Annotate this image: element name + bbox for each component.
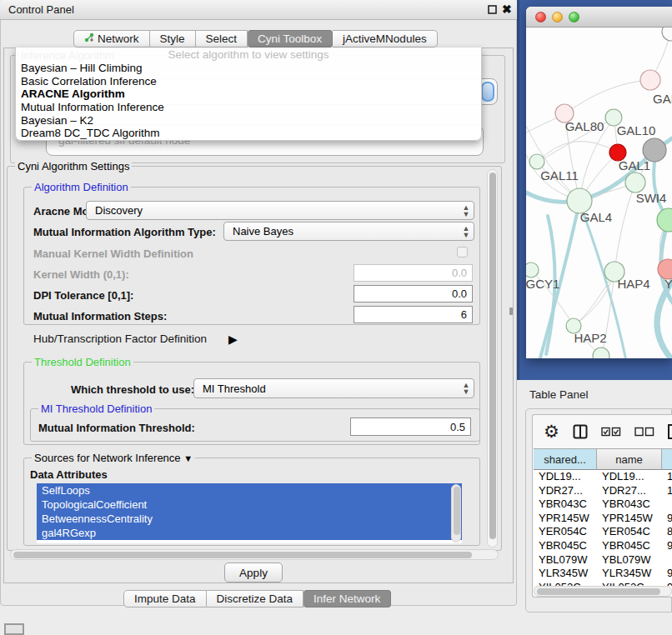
settings-vertical-scrollbar[interactable] [487,169,498,548]
node-swi4[interactable] [657,208,672,232]
settings-gear-icon[interactable]: ⚙ [544,422,559,442]
dropdown-options: Bayesian – Hill ClimbingBasic Correlatio… [16,62,481,140]
network-canvas[interactable]: GALGAL80GAL10GAL1GAL11GAL4SWI4GCY1HAP4YH… [526,28,672,358]
node-label-gal1: GAL1 [619,158,650,172]
panel-divider-grip[interactable] [509,308,513,315]
attributes-scroll-thumb[interactable] [454,487,460,535]
manual-kernel-checkbox[interactable] [457,247,468,258]
combo-arrows-icon: ▲▼ [459,382,474,395]
bottom-tab-discretize-data[interactable]: Discretize Data [207,590,304,608]
close-traffic-light[interactable] [535,12,546,22]
zoom-traffic-light[interactable] [569,12,579,22]
column-header-name[interactable]: name [597,448,662,470]
sources-group-title: Sources for Network Inference ▼ [32,452,195,465]
bottom-tab-infer-network[interactable]: Infer Network [303,590,391,608]
tab-style[interactable]: Style [150,30,196,48]
dropdown-option-dream8-dc-tdc-algorithm[interactable]: Dream8 DC_TDC Algorithm [16,127,481,140]
aracne-mode-value: Discovery [87,204,459,217]
manual-kernel-label: Manual Kernel Width Definition [33,248,193,260]
dropdown-option-bayesian-k2[interactable]: Bayesian – K2 [16,114,481,128]
table-cell: YBR045C [534,539,597,553]
node-gal1[interactable] [625,172,645,192]
mi-steps-label: Mutual Information Steps: [33,310,167,322]
settings-hscroll-thumb[interactable] [13,552,472,558]
combo-stepper-icon[interactable] [481,82,494,102]
hub-expand-arrow-icon[interactable]: ▶ [228,332,238,346]
close-icon[interactable]: ✖ [502,4,514,16]
table-hscroll-thumb[interactable] [537,588,660,595]
mi-type-label: Mutual Information Algorithm Type: [33,226,216,238]
node-unnamed[interactable] [593,348,609,358]
table-cell: YPR145W [534,512,597,526]
settings-scroll-thumb[interactable] [489,172,496,539]
attribute-item-gal4rgexp[interactable]: gal4RGexp [37,526,462,540]
select-none-unchecked-icon[interactable] [634,427,654,437]
mi-steps-value: 6 [461,308,467,321]
select-all-checked-icon[interactable] [601,427,621,437]
network-edge [564,80,650,114]
node-gal[interactable] [640,70,660,90]
tab-jactivemnodules[interactable]: jActiveMNodules [333,30,438,48]
apply-button[interactable]: Apply [224,562,283,582]
tab-cyni-toolbox[interactable]: Cyni Toolbox [248,30,333,48]
table-cell: YDL19... [534,470,597,484]
float-window-icon[interactable] [488,4,499,16]
dropdown-option-mutual-information-inference[interactable]: Mutual Information Inference [16,101,481,114]
bottom-tab-impute-data[interactable]: Impute Data [123,590,207,608]
table-row[interactable]: YDL19...YDL19...13 [534,470,672,484]
hub-definition-label: Hub/Transcription Factor Definition [33,332,207,345]
table-cell: 13 [662,470,672,484]
tab-style-label: Style [160,30,185,48]
tab-network[interactable]: Network [73,30,150,48]
document-icon[interactable] [668,423,672,440]
dropdown-option-aracne-algorithm[interactable]: ARACNE Algorithm [16,88,481,101]
tab-select[interactable]: Select [196,30,248,48]
table-horizontal-scrollbar[interactable] [534,586,672,597]
attribute-item-betweennesscentrality[interactable]: BetweennessCentrality [37,512,462,526]
which-threshold-value: MI Threshold [194,382,459,395]
attribute-item-topologicalcoefficient[interactable]: TopologicalCoefficient [37,498,462,512]
minimize-traffic-light[interactable] [552,12,563,22]
aracne-mode-combo[interactable]: Discovery ▲▼ [86,201,474,220]
table-row[interactable]: YBR045CYBR045C9. [534,539,672,553]
node-gal11[interactable] [529,154,544,169]
table-panel-title: Table Panel [529,388,589,401]
combo-arrows-icon: ▲▼ [459,225,474,238]
control-panel-titlebar[interactable]: Control Panel ✖ [0,0,517,20]
network-window-titlebar[interactable] [526,7,672,28]
column-header-shared[interactable]: shared... [534,448,597,470]
table-cell: YBL079W [597,553,662,568]
dpi-tolerance-field[interactable]: 0.0 [354,285,473,302]
node-unnamed[interactable] [662,28,672,41]
which-threshold-combo[interactable]: MI Threshold ▲▼ [193,378,474,398]
node-label-gal10: GAL10 [617,123,656,138]
table-row[interactable]: YER054CYER054C8. [534,525,672,539]
sources-title-text: Sources for Network Inference [34,452,181,464]
table-row[interactable]: YDR27...YDR27...12 [534,484,672,498]
dropdown-option-basic-correlation-inference[interactable]: Basic Correlation Inference [16,75,481,88]
mi-type-combo[interactable]: Naive Bayes ▲▼ [223,222,474,241]
table-cell: YBR043C [597,498,662,512]
table-cell: YDL19... [597,470,662,484]
split-columns-icon[interactable] [573,424,588,439]
mi-steps-field[interactable]: 6 [354,306,473,323]
dropdown-option-bayesian-hill-climbing[interactable]: Bayesian – Hill Climbing [16,62,481,75]
network-graph: GALGAL80GAL10GAL1GAL11GAL4SWI4GCY1HAP4YH… [526,28,672,358]
attribute-item-selfloops[interactable]: SelfLoops [37,483,462,498]
table-row[interactable]: YBL079WYBL079W [534,553,672,568]
table-cell: 8. [662,525,672,539]
table-row[interactable]: YBR043CYBR043C [534,498,672,512]
attributes-vertical-scrollbar[interactable] [451,484,461,542]
dropdown-placeholder: Select algorithm to view settings [16,48,481,62]
collapse-arrow-icon[interactable]: ▼ [183,453,193,463]
table-row[interactable]: YPR145WYPR145W9. [534,512,672,526]
table-row[interactable]: YLR345WYLR345W9. [534,567,672,581]
node-gcy1[interactable] [526,262,539,278]
column-header-a[interactable]: A [662,448,672,470]
minimized-panel-icon[interactable] [4,623,24,635]
node-label-hap2: HAP2 [574,331,606,345]
settings-horizontal-scrollbar[interactable] [10,549,499,560]
bottom-tab-infer-network-label: Infer Network [313,590,380,608]
mi-threshold-field[interactable]: 0.5 [350,418,471,436]
kernel-width-field[interactable]: 0.0 [354,264,473,282]
